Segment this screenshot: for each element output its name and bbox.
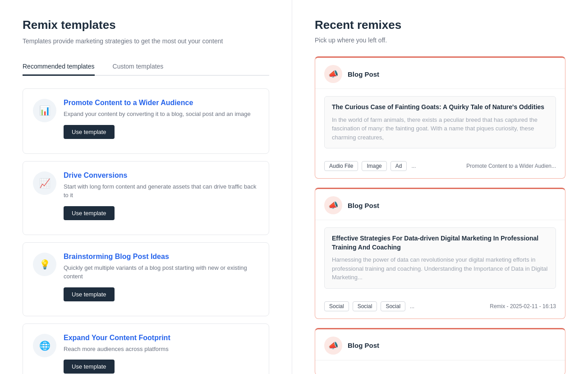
template-description: Expand your content by converting it to … — [64, 110, 259, 119]
template-card-header: 💡 Brainstorming Blog Post Ideas Quickly … — [33, 253, 259, 301]
remix-footer: SocialSocialSocial ... Remix - 2025-02-1… — [315, 301, 565, 319]
remix-tag: Audio File — [324, 161, 358, 171]
template-card: 💡 Brainstorming Blog Post Ideas Quickly … — [23, 242, 269, 316]
right-subtitle: Pick up where you left off. — [315, 37, 565, 44]
remix-tag: Social — [324, 301, 349, 311]
template-icon: 🌐 — [33, 334, 56, 357]
template-icon: 📊 — [33, 99, 56, 122]
template-icon: 💡 — [33, 253, 56, 276]
left-panel: Remix templates Templates provide market… — [0, 0, 292, 374]
template-info: Brainstorming Blog Post Ideas Quickly ge… — [64, 253, 259, 301]
remix-template-label: Promote Content to a Wider Audien... — [466, 163, 556, 169]
remix-card-header: 📣 Blog Post — [315, 189, 565, 220]
right-panel: Recent remixes Pick up where you left of… — [292, 0, 588, 374]
template-icon: 📈 — [33, 171, 56, 195]
remix-icon: 📣 — [324, 65, 342, 83]
template-info: Expand Your Content Footprint Reach more… — [64, 334, 259, 374]
remix-type: Blog Post — [348, 70, 379, 78]
use-template-button[interactable]: Use template — [64, 125, 115, 139]
remix-content — [315, 360, 565, 374]
remix-icon: 📣 — [324, 337, 342, 355]
template-description: Reach more audiences across platforms — [64, 345, 259, 354]
template-name: Promote Content to a Wider Audience — [64, 99, 259, 107]
template-card-header: 📈 Drive Conversions Start with long form… — [33, 171, 259, 220]
remix-content: The Curious Case of Fainting Goats: A Qu… — [315, 89, 565, 161]
use-template-button[interactable]: Use template — [64, 206, 115, 220]
remix-content-box: The Curious Case of Fainting Goats: A Qu… — [324, 96, 556, 148]
remix-footer: Audio FileImageAd ... Promote Content to… — [315, 161, 565, 178]
page-title: Remix templates — [23, 18, 269, 32]
remix-icon: 📣 — [324, 196, 342, 214]
remix-card-header: 📣 Blog Post — [315, 329, 565, 360]
template-description: Quickly get multiple variants of a blog … — [64, 263, 259, 281]
remix-more: ... — [411, 163, 416, 169]
template-card: 🌐 Expand Your Content Footprint Reach mo… — [23, 323, 269, 374]
remix-timestamp: Remix - 2025-02-11 - 16:13 — [490, 303, 556, 309]
use-template-button[interactable]: Use template — [64, 287, 115, 301]
remix-content-box: Effective Strategies For Data-driven Dig… — [324, 227, 556, 289]
template-card-header: 🌐 Expand Your Content Footprint Reach mo… — [33, 334, 259, 374]
template-card-header: 📊 Promote Content to a Wider Audience Ex… — [33, 99, 259, 139]
remix-card-header: 📣 Blog Post — [315, 58, 565, 89]
template-card: 📈 Drive Conversions Start with long form… — [23, 161, 269, 235]
remix-tag: Ad — [390, 161, 407, 171]
remix-card: 📣 Blog Post — [315, 328, 565, 374]
remix-post-body: Harnessing the power of data can revolut… — [332, 255, 548, 282]
remix-card: 📣 Blog Post Effective Strategies For Dat… — [315, 188, 565, 319]
right-title: Recent remixes — [315, 18, 565, 32]
tabs-container: Recommended templates Custom templates — [23, 58, 269, 76]
template-name: Brainstorming Blog Post Ideas — [64, 253, 259, 261]
remix-post-title: The Curious Case of Fainting Goats: A Qu… — [332, 103, 548, 112]
tab-recommended[interactable]: Recommended templates — [23, 58, 95, 76]
remix-post-body: In the world of farm animals, there exis… — [332, 115, 548, 142]
template-name: Drive Conversions — [64, 171, 259, 180]
remix-list: 📣 Blog Post The Curious Case of Fainting… — [315, 56, 565, 374]
remix-post-title: Effective Strategies For Data-driven Dig… — [332, 234, 548, 252]
template-info: Drive Conversions Start with long form c… — [64, 171, 259, 220]
template-info: Promote Content to a Wider Audience Expa… — [64, 99, 259, 139]
use-template-button[interactable]: Use template — [64, 360, 115, 374]
remix-tag: Social — [353, 301, 377, 311]
page-subtitle: Templates provide marketing strategies t… — [23, 37, 269, 45]
remix-content: Effective Strategies For Data-driven Dig… — [315, 220, 565, 301]
remix-tag: Social — [381, 301, 405, 311]
remix-type: Blog Post — [348, 342, 379, 349]
template-card: 📊 Promote Content to a Wider Audience Ex… — [23, 88, 269, 154]
template-list: 📊 Promote Content to a Wider Audience Ex… — [23, 88, 269, 374]
remix-tag: Image — [362, 161, 386, 171]
remix-card: 📣 Blog Post The Curious Case of Fainting… — [315, 56, 565, 179]
remix-type: Blog Post — [348, 202, 379, 209]
template-name: Expand Your Content Footprint — [64, 334, 259, 342]
template-description: Start with long form content and generat… — [64, 182, 259, 200]
tab-custom[interactable]: Custom templates — [113, 58, 164, 76]
remix-more: ... — [410, 303, 414, 309]
